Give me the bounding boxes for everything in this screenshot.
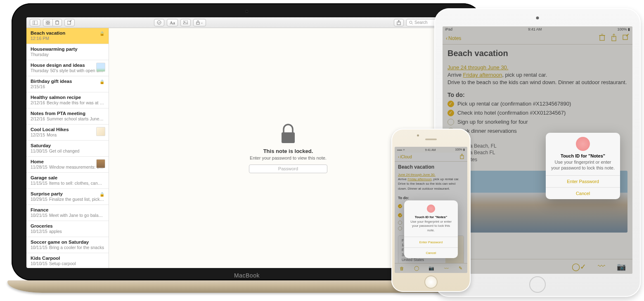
notes-toolbar: Aa ⌄ Search [26,17,467,28]
note-item-subtitle: 2/15/16 [31,84,104,89]
iphone-notes-app: ••••• ᯤ 9:41 AM 100% ▮ ‹ iCloud Beach va… [395,147,467,273]
notes-sidebar-list[interactable]: Beach vacation12:16 PM🔒Housewarming part… [26,28,109,268]
note-list-item[interactable]: Notes from PTA meeting2/12/16Summer scho… [26,108,109,125]
cancel-button[interactable]: Cancel [404,247,458,258]
svg-rect-0 [33,21,38,25]
share-button[interactable] [394,19,404,26]
lock-icon: 🔒 [99,80,104,84]
note-list-item[interactable]: Birthday gift ideas2/15/16🔒 [26,76,109,92]
note-item-title: Healthy salmon recipe [31,95,104,100]
iphone-camera [417,134,419,136]
lock-icon [279,123,297,144]
ipad-touchid-modal: Touch ID for "Notes" Use your fingerprin… [546,133,620,199]
note-item-subtitle: 10/29/15Finalize the guest list, pick up… [31,197,104,202]
note-item-subtitle: 10/11/15Bring a cooler for the snacks [31,245,104,250]
svg-rect-2 [46,21,47,22]
note-item-title: Kids Carpool [31,256,104,261]
note-item-title: Surprise party [31,191,104,196]
password-input[interactable]: Password [249,165,327,173]
note-list-item[interactable]: Kids Carpool10/10/15Setup carpool [26,253,109,268]
modal-subtitle: Use your fingerprint or enter your passw… [546,158,620,175]
note-thumbnail [96,159,105,168]
locked-subtitle: Enter your password to view this note. [250,155,327,160]
note-list-item[interactable]: Groceries10/12/15apples [26,221,109,237]
note-thumbnail [96,63,105,72]
search-placeholder: Search [414,20,428,25]
svg-line-18 [412,24,413,25]
fingerprint-icon [427,205,435,213]
note-item-title: Cool Local Hikes [31,127,104,132]
note-list-item[interactable]: Cool Local Hikes12/2/15Mora [26,125,109,141]
note-item-title: Home [31,159,104,164]
note-list-item[interactable]: Healthy salmon recipe2/12/16Becky made t… [26,92,109,108]
note-list-item[interactable]: Surprise party10/29/15Finalize the guest… [26,189,109,205]
note-item-subtitle: 11/30/15Get oil changed [31,148,104,153]
note-item-subtitle: 10/21/15Meet with Jane to go balance the… [31,213,104,218]
modal-title: Touch ID for "Notes" [404,215,458,219]
note-item-title: Notes from PTA meeting [31,111,104,116]
ipad-home-button[interactable] [529,276,546,293]
note-item-subtitle: 2/12/16Summer school starts June 10 [31,116,104,121]
lock-icon: 🔒 [99,31,104,36]
note-item-subtitle: 12/2/15Mora [31,132,104,137]
note-list-item[interactable]: House design and ideasThursday50's style… [26,60,109,76]
note-list-item[interactable]: Home11/28/15Window measurements: 36 x 72 [26,157,109,173]
note-item-subtitle: Thursday50's style but with open area… [31,68,104,73]
note-list-item[interactable]: Beach vacation12:16 PM🔒 [26,28,109,44]
delete-note-button[interactable] [52,19,62,26]
svg-point-11 [157,21,161,24]
note-item-title: Birthday gift ideas [31,79,104,84]
cancel-button[interactable]: Cancel [546,187,620,199]
note-list-item[interactable]: Garage sale11/15/15Items to sell: clothe… [26,173,109,189]
note-item-title: Saturday [31,143,104,148]
iphone-speaker [425,139,437,140]
note-list-item[interactable]: Saturday11/30/15Get oil changed [26,141,109,157]
note-item-subtitle: 11/28/15Window measurements: 36 x 72 [31,165,104,169]
note-item-subtitle: 12:16 PM [31,36,104,41]
iphone-home-button[interactable] [424,275,438,289]
grid-view-button[interactable] [43,19,52,26]
modal-subtitle: Use your fingerprint or enter your passw… [404,219,458,237]
note-item-title: Soccer game on Saturday [31,240,104,245]
format-button[interactable]: Aa [167,19,178,26]
enter-password-button[interactable]: Enter Password [546,175,620,187]
sidebar-toggle-button[interactable] [30,19,40,26]
modal-title: Touch ID for "Notes" [546,153,620,158]
note-list-item[interactable]: Housewarming partyThursday [26,44,109,60]
note-item-subtitle: 10/12/15apples [31,229,104,234]
enter-password-button[interactable]: Enter Password [404,237,458,247]
svg-rect-4 [46,23,47,25]
iphone-device: ••••• ᯤ 9:41 AM 100% ▮ ‹ iCloud Beach va… [391,129,471,292]
locked-title: This note is locked. [263,148,313,154]
svg-rect-14 [197,22,199,24]
view-mode-segment[interactable] [43,19,62,26]
ipad-notes-app: iPad 9:41 AM 100% ▮ ‹ Notes Bea [443,26,632,274]
note-item-title: Finance [31,207,104,212]
svg-rect-19 [282,132,295,143]
note-list-item[interactable]: Soccer game on Saturday10/11/15Bring a c… [26,237,109,253]
lock-button[interactable]: ⌄ [193,19,206,26]
ipad-camera [536,16,539,19]
new-note-button[interactable] [64,19,75,26]
checklist-button[interactable] [154,19,164,26]
fingerprint-icon [576,137,590,151]
note-item-title: Beach vacation [31,31,104,35]
svg-point-17 [410,21,412,24]
note-thumbnail [96,127,105,136]
note-item-title: Garage sale [31,175,104,180]
note-item-title: Groceries [31,223,104,228]
svg-rect-6 [56,21,59,24]
note-item-title: House design and ideas [31,63,104,68]
svg-rect-5 [48,23,50,25]
note-item-subtitle: 11/15/15Items to sell: clothes, candles, [31,181,104,186]
svg-rect-12 [183,21,188,24]
note-item-title: Housewarming party [31,47,104,52]
lock-icon: 🔒 [99,192,104,197]
attach-button[interactable] [180,19,191,26]
svg-rect-3 [48,21,50,22]
macbook-camera [246,10,249,13]
macbook-label: MacBook [234,272,260,279]
note-item-subtitle: 2/12/16Becky made this for was at the la… [31,100,104,105]
note-list-item[interactable]: Finance10/21/15Meet with Jane to go bala… [26,205,109,221]
search-icon [409,21,413,24]
